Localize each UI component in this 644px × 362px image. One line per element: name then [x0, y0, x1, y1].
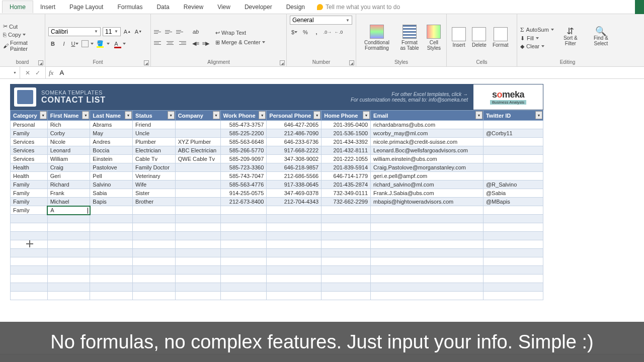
table-cell[interactable] — [483, 249, 543, 257]
table-cell[interactable] — [483, 146, 543, 155]
table-row[interactable]: PersonalRichAbramsFriend585-473-3757646-… — [11, 121, 543, 129]
table-cell[interactable] — [90, 275, 133, 283]
table-cell[interactable] — [175, 180, 220, 189]
table-cell[interactable]: Sister — [133, 189, 176, 198]
column-header[interactable]: Email▼ — [371, 111, 484, 121]
table-cell[interactable]: 201-536-1500 — [321, 129, 371, 138]
table-cell[interactable]: @MBapis — [483, 198, 543, 206]
table-cell[interactable] — [371, 292, 484, 300]
table-cell[interactable]: @Sabia — [483, 189, 543, 198]
table-cell[interactable] — [267, 232, 321, 240]
table-cell[interactable] — [90, 266, 133, 275]
table-cell[interactable] — [175, 240, 220, 249]
table-cell[interactable] — [321, 215, 371, 223]
table-cell[interactable] — [267, 215, 321, 223]
table-cell[interactable] — [483, 257, 543, 266]
italic-button[interactable]: I — [59, 39, 68, 48]
filter-button[interactable]: ▼ — [313, 111, 320, 119]
table-cell[interactable]: 585-723-3360 — [220, 163, 267, 172]
table-cell[interactable] — [483, 275, 543, 283]
table-cell[interactable] — [371, 283, 484, 292]
font-dialog-launcher[interactable]: ◢ — [144, 60, 149, 65]
cut-button[interactable]: ✂Cut — [3, 23, 42, 30]
column-header[interactable]: Last Name▼ — [90, 111, 133, 121]
underline-button[interactable]: U — [70, 39, 79, 48]
table-cell[interactable]: 917-338-0645 — [267, 180, 321, 189]
name-box[interactable]: ▼ — [0, 67, 20, 78]
table-cell[interactable] — [321, 240, 371, 249]
table-cell[interactable]: 646-233-6736 — [267, 138, 321, 146]
table-row[interactable] — [11, 223, 543, 232]
table-cell[interactable] — [175, 275, 220, 283]
table-cell[interactable]: Corby — [47, 129, 90, 138]
table-cell[interactable] — [90, 249, 133, 257]
filter-button[interactable]: ▼ — [82, 111, 89, 119]
comma-button[interactable]: , — [312, 28, 321, 37]
table-cell[interactable]: Services — [11, 138, 48, 146]
table-cell[interactable] — [483, 155, 543, 163]
number-dialog-launcher[interactable]: ◢ — [349, 60, 354, 65]
merge-center-button[interactable]: ⊞Merge & Center — [215, 39, 265, 46]
table-cell[interactable] — [483, 223, 543, 232]
table-cell[interactable] — [133, 292, 176, 300]
table-cell[interactable] — [321, 283, 371, 292]
formula-input[interactable]: A — [56, 69, 644, 76]
table-cell[interactable] — [90, 283, 133, 292]
table-cell[interactable]: 585-225-2200 — [220, 129, 267, 138]
table-cell[interactable] — [133, 266, 176, 275]
table-row[interactable]: FamilyFrankSabiaSister914-255-0575347-46… — [11, 189, 543, 198]
table-cell[interactable]: Family — [11, 180, 48, 189]
table-cell[interactable] — [371, 206, 484, 215]
table-cell[interactable] — [175, 163, 220, 172]
font-color-button[interactable]: A — [112, 39, 121, 48]
filter-button[interactable]: ▼ — [363, 111, 370, 119]
column-header[interactable]: Home Phone▼ — [321, 111, 371, 121]
table-cell[interactable]: Leonard — [47, 146, 90, 155]
table-cell[interactable]: QWE Cable Tv — [175, 155, 220, 163]
table-cell[interactable]: Services — [11, 155, 48, 163]
cancel-entry-button[interactable]: ✕ — [25, 69, 30, 76]
table-row[interactable]: HealthGeriPellVeterinary585-743-7047212-… — [11, 172, 543, 180]
table-cell[interactable] — [321, 257, 371, 266]
increase-indent-button[interactable]: ≡▶ — [201, 39, 210, 48]
table-cell[interactable] — [371, 249, 484, 257]
table-cell[interactable] — [267, 266, 321, 275]
table-cell[interactable] — [175, 223, 220, 232]
table-cell[interactable] — [220, 206, 267, 215]
table-row[interactable]: FamilyCorbyMayUncle585-225-2200212-486-7… — [11, 129, 543, 138]
table-row[interactable] — [11, 292, 543, 300]
copy-button[interactable]: ⎘Copy — [3, 32, 42, 38]
table-cell[interactable] — [321, 266, 371, 275]
table-cell[interactable]: Frank.J.Sabia@ubs.com — [371, 189, 484, 198]
table-cell[interactable]: May — [90, 129, 133, 138]
table-row[interactable] — [11, 275, 543, 283]
column-header[interactable]: Status▼ — [133, 111, 176, 121]
table-cell[interactable]: 585-473-3757 — [220, 121, 267, 129]
table-cell[interactable] — [133, 206, 176, 215]
table-cell[interactable]: William — [47, 155, 90, 163]
table-cell[interactable] — [371, 257, 484, 266]
table-cell[interactable] — [220, 275, 267, 283]
table-cell[interactable]: 212-704-4343 — [267, 198, 321, 206]
table-cell[interactable] — [267, 283, 321, 292]
table-cell[interactable]: Einstein — [90, 155, 133, 163]
table-cell[interactable]: 347-469-0378 — [267, 189, 321, 198]
table-cell[interactable]: william.einstein@ubs.com — [371, 155, 484, 163]
format-cells-button[interactable]: Format — [491, 27, 511, 48]
table-cell[interactable] — [220, 266, 267, 275]
table-cell[interactable] — [11, 223, 48, 232]
table-cell[interactable] — [267, 292, 321, 300]
table-cell[interactable] — [133, 240, 176, 249]
table-row[interactable] — [11, 232, 543, 240]
format-as-table-button[interactable]: Format as Table — [396, 25, 423, 51]
tab-view[interactable]: View — [210, 1, 237, 13]
clear-button[interactable]: ◆Clear — [520, 43, 554, 50]
table-cell[interactable] — [11, 283, 48, 292]
tell-me-search[interactable]: Tell me what you want to do — [317, 4, 400, 11]
delete-cells-button[interactable]: Delete — [470, 27, 489, 48]
table-cell[interactable] — [133, 215, 176, 223]
table-cell[interactable] — [220, 215, 267, 223]
table-cell[interactable] — [47, 215, 90, 223]
column-header[interactable]: Company▼ — [175, 111, 220, 121]
fx-icon[interactable]: fx — [46, 69, 56, 77]
